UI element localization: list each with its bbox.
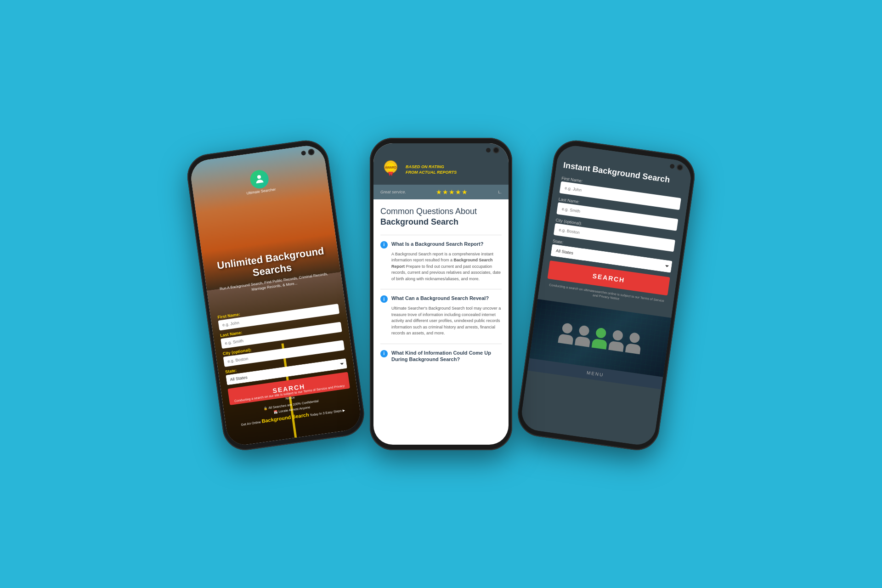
phone-center-top-bar xyxy=(373,143,509,157)
camera-area-right xyxy=(669,163,684,171)
rating-line2: FROM ACTUAL REPORTS xyxy=(406,170,457,175)
faq-title-line1: Common Questions About xyxy=(380,207,477,216)
camera-area xyxy=(301,148,315,157)
phone-center: AWARD BASED ON RATING FROM ACTUAL REPORT… xyxy=(370,138,512,450)
award-badge-icon: AWARD xyxy=(380,159,401,180)
faq-q-row-1: i What Is a Background Search Report? xyxy=(380,241,502,249)
camera-dot-small xyxy=(301,151,306,156)
phone-center-screen: AWARD BASED ON RATING FROM ACTUAL REPORT… xyxy=(373,143,509,445)
faq-icon-2: i xyxy=(380,295,388,303)
svg-text:AWARD: AWARD xyxy=(385,166,396,169)
faq-answer-1: A Background Search report is a comprehe… xyxy=(380,251,502,283)
review-stars: ★★★★★ xyxy=(436,188,468,196)
svg-point-0 xyxy=(257,175,261,179)
right-screen-content: Instant Background Search First Name: La… xyxy=(520,143,693,447)
rating-line1: BASED ON RATING xyxy=(406,164,457,170)
camera-dot-large xyxy=(308,148,315,156)
phones-container: Ultimate Searcher Unlimited Background S… xyxy=(214,138,668,450)
rating-text: BASED ON RATING FROM ACTUAL REPORTS xyxy=(406,164,457,175)
center-screen-content: AWARD BASED ON RATING FROM ACTUAL REPORT… xyxy=(373,143,509,445)
phone-right: Instant Background Search First Name: La… xyxy=(515,137,697,453)
left-logo: Ultimate Searcher xyxy=(243,168,276,195)
logo-icon xyxy=(249,169,270,190)
faq-item-1: i What Is a Background Search Report? A … xyxy=(380,235,502,283)
phone-right-screen: Instant Background Search First Name: La… xyxy=(520,143,693,447)
camera-dot-large-center xyxy=(493,147,499,153)
faq-title-line2: Background Search xyxy=(380,217,502,227)
camera-dot-small-right xyxy=(670,164,675,169)
faq-section: Common Questions About Background Search… xyxy=(373,199,509,376)
faq-question-2[interactable]: What Can a Background Search Reveal? xyxy=(391,295,489,301)
review-text: Great service. xyxy=(380,190,406,194)
faq-icon-1: i xyxy=(380,241,388,249)
faq-question-1[interactable]: What Is a Background Search Report? xyxy=(391,241,483,247)
faq-q-row-2: i What Can a Background Search Reveal? xyxy=(380,295,502,303)
camera-dot-large-right xyxy=(676,164,684,171)
reviewer-initial: L. xyxy=(498,190,502,194)
faq-item-3: i What Kind of Information Could Come Up… xyxy=(380,344,502,363)
faq-answer-2: Ultimate Searcher's Background Search to… xyxy=(380,305,502,337)
faq-icon-3: i xyxy=(380,350,388,357)
phone-left-screen: Ultimate Searcher Unlimited Background S… xyxy=(189,143,362,447)
right-form-section: First Name: Last Name: City (optional): … xyxy=(537,175,689,318)
camera-dot-small-center xyxy=(486,148,491,153)
camera-area-center xyxy=(486,147,499,153)
faq-q-row-3: i What Kind of Information Could Come Up… xyxy=(380,350,502,363)
left-screen-bg: Ultimate Searcher Unlimited Background S… xyxy=(189,143,362,447)
faq-main-title: Common Questions About Background Search xyxy=(380,206,502,228)
faq-question-3[interactable]: What Kind of Information Could Come Up D… xyxy=(391,350,502,363)
center-subheader: Great service. ★★★★★ L. xyxy=(373,185,509,199)
phone-left: Ultimate Searcher Unlimited Background S… xyxy=(184,137,367,453)
faq-item-2: i What Can a Background Search Reveal? U… xyxy=(380,289,502,337)
